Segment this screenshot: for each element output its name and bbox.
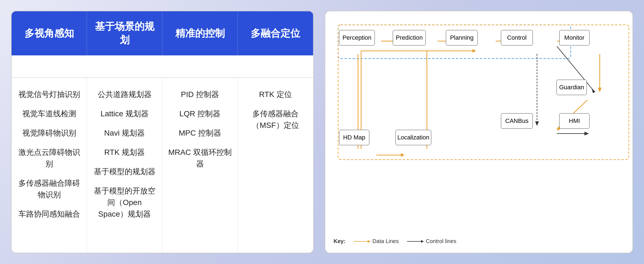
list-item: Lattice 规划器	[100, 108, 148, 120]
list-item: 基于模型的规划器	[94, 166, 155, 177]
list-item: 多传感器融合障碍物识别	[17, 177, 81, 201]
list-item: RTK 规划器	[104, 147, 145, 158]
list-item: PID 控制器	[181, 89, 219, 100]
list-item: 基于模型的开放空间（Open Space）规划器	[92, 185, 157, 220]
node-prediction: Prediction	[393, 30, 426, 45]
orange-arrow-icon	[354, 241, 370, 242]
control-lines-label: Control lines	[426, 238, 456, 244]
key-data-lines: Data Lines	[354, 238, 399, 244]
col-header-control: 精准的控制	[162, 11, 238, 55]
list-item: RTK 定位	[259, 89, 292, 100]
list-item: 车路协同感知融合	[18, 208, 80, 220]
list-item: LQR 控制器	[179, 108, 220, 120]
key-area: Key: Data Lines Control lines	[334, 235, 624, 244]
list-item: 公共道路规划器	[98, 89, 152, 100]
svg-marker-14	[473, 49, 476, 53]
col-header-planning: 基于场景的规划	[87, 11, 162, 55]
svg-marker-20	[584, 132, 589, 135]
node-planning: Planning	[446, 30, 478, 45]
col-body-2: PID 控制器 LQR 控制器 MPC 控制器 MRAC 双循环控制器	[162, 77, 238, 253]
header-text-1: 基于场景的规划	[92, 20, 157, 47]
node-control: Control	[501, 30, 533, 45]
list-item: 视觉障碍物识别	[22, 127, 76, 139]
key-label: Key:	[334, 238, 345, 244]
key-control-lines: Control lines	[407, 238, 456, 244]
main-container: 多视角感知 基于场景的规划 精准的控制 多融合定位 视觉信号灯抽识别 视觉车道线…	[11, 8, 633, 256]
svg-marker-26	[592, 89, 595, 93]
node-monitor: Monitor	[559, 30, 590, 45]
node-guardian: Guardian	[556, 80, 587, 95]
list-item: 视觉信号灯抽识别	[18, 89, 80, 100]
svg-marker-11	[401, 153, 405, 157]
list-item: MRAC 双循环控制器	[168, 147, 232, 170]
svg-marker-22	[598, 88, 601, 92]
black-arrow-icon	[407, 241, 424, 242]
table-grid: 多视角感知 基于场景的规划 精准的控制 多融合定位 视觉信号灯抽识别 视觉车道线…	[12, 11, 313, 253]
svg-marker-18	[535, 121, 539, 126]
header-text-3: 多融合定位	[251, 27, 300, 40]
col-header-perception: 多视角感知	[12, 11, 87, 55]
node-canbus: CANBus	[501, 113, 533, 129]
col-header-localization: 多融合定位	[238, 11, 313, 55]
header-text-0: 多视角感知	[24, 27, 74, 40]
right-diagram: Perception Prediction Planning Control M…	[325, 11, 633, 253]
node-perception: Perception	[339, 30, 375, 45]
list-item: MPC 控制器	[179, 127, 221, 139]
left-table: 多视角感知 基于场景的规划 精准的控制 多融合定位 视觉信号灯抽识别 视觉车道线…	[11, 11, 314, 253]
list-item: 视觉车道线检测	[22, 108, 76, 120]
col-body-0: 视觉信号灯抽识别 视觉车道线检测 视觉障碍物识别 激光点云障碍物识别 多传感器融…	[12, 77, 87, 253]
node-hmi: HMI	[559, 113, 590, 129]
list-item: 激光点云障碍物识别	[17, 147, 81, 170]
list-item: Navi 规划器	[104, 127, 145, 139]
col-body-1: 公共道路规划器 Lattice 规划器 Navi 规划器 RTK 规划器 基于模…	[87, 77, 162, 253]
header-text-2: 精准的控制	[175, 27, 225, 40]
list-item: 多传感器融合（MSF）定位	[243, 108, 308, 131]
node-localization: Localization	[395, 130, 431, 145]
node-hdmap: HD Map	[339, 130, 369, 145]
data-lines-label: Data Lines	[372, 238, 399, 244]
col-body-3: RTK 定位 多传感器融合（MSF）定位	[238, 77, 313, 253]
diagram-area: Perception Prediction Planning Control M…	[334, 20, 624, 235]
